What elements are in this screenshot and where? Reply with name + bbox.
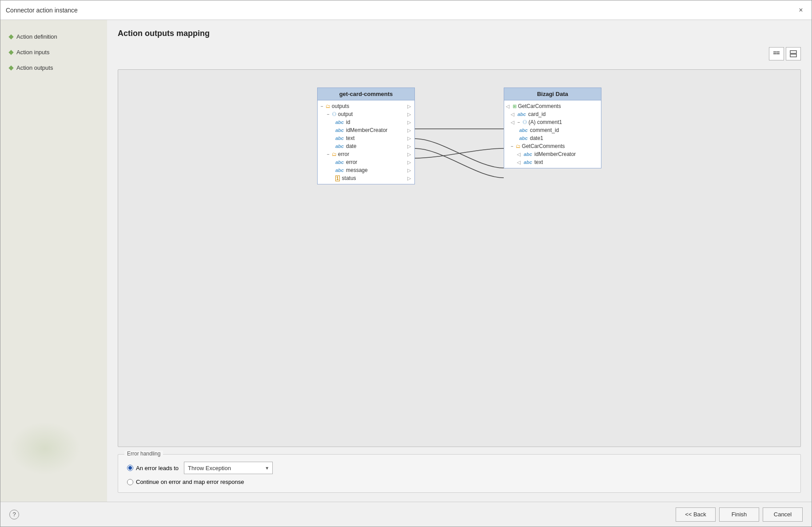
abc-icon: abc xyxy=(335,136,344,141)
error-radio-2[interactable] xyxy=(127,479,133,485)
arrow-right-icon: ▷ xyxy=(407,168,411,173)
error-row-2: Continue on error and map error response xyxy=(127,479,792,485)
title-bar: Connector action instance × xyxy=(0,0,812,20)
right-tree-body: ▷ ⊞ GetCarComments ▷ abc card_id xyxy=(504,100,601,168)
abc-icon: abc xyxy=(524,160,532,165)
svg-rect-8 xyxy=(790,51,796,53)
tree-node-comment1: ▷ − ⚇ (A) comment1 xyxy=(504,118,601,126)
svg-rect-3 xyxy=(777,53,780,54)
arrow-left-icon: ▷ xyxy=(506,104,509,109)
sidebar-item-action-definition[interactable]: Action definition xyxy=(9,33,98,40)
arrow-right-icon: ▷ xyxy=(407,176,411,181)
tree-node-message: abc message ▷ xyxy=(318,166,414,174)
map-view-button[interactable] xyxy=(769,47,784,60)
node-label: card_id xyxy=(528,111,545,117)
folder-icon: 🗂 xyxy=(332,152,337,157)
layout-view-button[interactable] xyxy=(786,47,801,60)
tree-node-right-idmembercreator: ▷ abc idMemberCreator xyxy=(504,150,601,158)
error-dropdown[interactable]: Throw Exception Continue Ignore xyxy=(184,462,273,474)
tree-node-idmembercreator: abc idMemberCreator ▷ xyxy=(318,126,414,134)
error-handling-legend: Error handling xyxy=(124,451,163,457)
arrow-right-icon: ▷ xyxy=(407,112,411,117)
node-label: error xyxy=(346,159,357,165)
main-content: Action definition Action inputs Action o… xyxy=(0,20,812,502)
error-option-1-label[interactable]: An error leads to xyxy=(127,465,179,471)
grid-icon: ⊞ xyxy=(513,104,517,109)
tree-node-card-id: ▷ abc card_id xyxy=(504,110,601,118)
error-handling-section: Error handling An error leads to Throw E… xyxy=(118,454,801,493)
expand-icon[interactable]: − xyxy=(517,120,520,125)
diamond-icon xyxy=(8,50,13,55)
pair-icon: ⚇ xyxy=(332,111,337,117)
expand-icon[interactable]: − xyxy=(511,144,513,149)
node-label: GetCarComments xyxy=(518,103,561,109)
tree-node-output: − ⚇ output ▷ xyxy=(318,110,414,118)
tree-node-date1: abc date1 xyxy=(504,134,601,142)
node-label: comment_id xyxy=(530,127,559,133)
expand-icon[interactable]: − xyxy=(327,152,330,157)
right-tree-header: Bizagi Data xyxy=(504,88,601,100)
arrow-left-icon: ▷ xyxy=(511,112,514,117)
error-dropdown-wrapper: Throw Exception Continue Ignore xyxy=(184,462,273,474)
sidebar-item-action-outputs[interactable]: Action outputs xyxy=(9,64,98,71)
error-option-2-label[interactable]: Continue on error and map error response xyxy=(127,479,244,485)
node-label: message xyxy=(346,167,368,173)
node-label: date1 xyxy=(530,135,543,141)
svg-rect-9 xyxy=(790,54,796,57)
abc-icon: abc xyxy=(335,168,344,173)
error-option-2-text: Continue on error and map error response xyxy=(136,479,244,485)
mapping-inner: get-card-comments − 🗂 outputs ▷ xyxy=(127,79,792,256)
mapping-container: get-card-comments − 🗂 outputs ▷ xyxy=(118,69,801,447)
button-group: << Back Finish Cancel xyxy=(676,507,803,522)
tree-node-getcarcomments: ▷ ⊞ GetCarComments xyxy=(504,102,601,110)
error-option-1-text: An error leads to xyxy=(136,465,179,471)
abc-icon: abc xyxy=(335,120,344,125)
left-tree-body: − 🗂 outputs ▷ − ⚇ output ▷ xyxy=(318,100,414,184)
arrow-right-icon: ▷ xyxy=(407,144,411,149)
help-icon-text: ? xyxy=(12,511,16,518)
sidebar-item-action-inputs[interactable]: Action inputs xyxy=(9,49,98,56)
error-radio-1[interactable] xyxy=(127,465,133,471)
abc-icon: abc xyxy=(519,136,528,141)
help-button[interactable]: ? xyxy=(9,510,19,519)
node-label: output xyxy=(338,111,353,117)
svg-rect-2 xyxy=(777,52,780,52)
window-title: Connector action instance xyxy=(6,7,78,14)
pair-icon: ⚇ xyxy=(522,119,527,125)
tree-node-error-group: − 🗂 error ▷ xyxy=(318,150,414,158)
tree-node-getcarcomments2: − 🗂 GetCarComments xyxy=(504,142,601,150)
close-button[interactable]: × xyxy=(796,5,806,16)
tree-node-date: abc date ▷ xyxy=(318,142,414,150)
arrow-left-icon: ▷ xyxy=(511,120,514,125)
node-label: GetCarComments xyxy=(522,143,565,149)
abc-icon: abc xyxy=(519,128,528,133)
num-icon: 1 xyxy=(335,176,340,181)
connections-svg xyxy=(127,79,792,256)
finish-button[interactable]: Finish xyxy=(719,507,759,522)
diamond-icon xyxy=(8,65,13,70)
tree-node-comment-id: abc comment_id xyxy=(504,126,601,134)
page-title: Action outputs mapping xyxy=(118,29,801,38)
abc-icon: abc xyxy=(335,144,344,149)
sidebar-item-label: Action definition xyxy=(16,33,57,40)
cancel-button[interactable]: Cancel xyxy=(763,507,803,522)
sidebar: Action definition Action inputs Action o… xyxy=(0,20,107,502)
folder-icon: 🗂 xyxy=(516,144,521,149)
arrow-right-icon: ▷ xyxy=(407,152,411,157)
expand-icon[interactable]: − xyxy=(327,112,330,117)
svg-rect-1 xyxy=(773,53,776,54)
main-window: Connector action instance × Action defin… xyxy=(0,0,812,527)
back-button[interactable]: << Back xyxy=(676,507,716,522)
node-label: text xyxy=(534,159,543,165)
node-label: (A) comment1 xyxy=(529,119,562,125)
diamond-icon xyxy=(8,34,13,39)
expand-icon[interactable]: − xyxy=(321,104,323,109)
node-label: idMemberCreator xyxy=(534,151,576,157)
tree-node-id: abc id ▷ xyxy=(318,118,414,126)
arrow-left-icon: ▷ xyxy=(517,152,521,157)
bottom-bar: ? << Back Finish Cancel xyxy=(0,502,812,527)
node-label: status xyxy=(342,175,356,181)
right-tree-box: Bizagi Data ▷ ⊞ GetCarComments ▷ abc xyxy=(504,88,601,168)
arrow-right-icon: ▷ xyxy=(407,128,411,133)
node-label: idMemberCreator xyxy=(346,127,387,133)
